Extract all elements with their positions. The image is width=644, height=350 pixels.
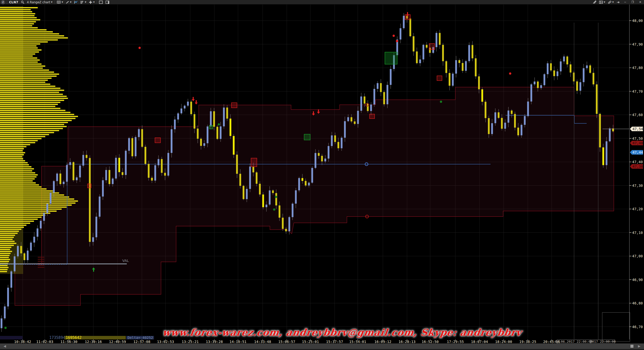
candle-down <box>217 127 218 139</box>
candle-down <box>442 45 444 61</box>
instrument-selector[interactable]: 4 RangeZ chart ▼ <box>26 0 54 5</box>
candle-up <box>387 85 388 104</box>
volume-profile-bar <box>0 241 15 242</box>
candle-up <box>43 213 45 221</box>
candle-up <box>266 204 267 207</box>
volume-profile-bar <box>0 88 60 89</box>
volume-profile-bar <box>0 100 64 101</box>
volume-profile-bar <box>0 148 24 149</box>
candle-up <box>177 113 179 119</box>
sell-signal-dot <box>139 47 141 49</box>
scroll-right-icon[interactable]: ▶ <box>638 344 640 348</box>
sell-signal-dot <box>396 40 398 42</box>
volume-profile-bar <box>0 136 45 137</box>
candle-up <box>7 288 9 306</box>
display-menu-button[interactable]: ▼ <box>56 0 64 5</box>
volume-profile-bar <box>0 132 54 133</box>
volume-profile-bar <box>0 49 42 51</box>
candle-down <box>89 158 91 242</box>
candle-up <box>308 183 310 185</box>
price-tick-label: 47,60 <box>632 113 643 117</box>
candle-up <box>53 181 55 193</box>
candle-down <box>383 92 385 104</box>
delta-value: Delta=-40252 <box>128 336 153 340</box>
sell-signal-dot <box>509 73 511 75</box>
pin-icon[interactable] <box>615 0 621 5</box>
horizontal-scrollbar[interactable]: ◀ ▶ <box>0 343 644 349</box>
volume-profile-bar <box>0 178 35 180</box>
data-panel-button[interactable] <box>104 0 111 5</box>
candle-down <box>550 63 552 70</box>
volume-profile-bar <box>0 162 28 163</box>
candle-up <box>220 126 222 139</box>
candle-down <box>475 58 477 77</box>
volume-profile-bar <box>0 96 67 97</box>
candle-down <box>354 121 356 124</box>
scrollbar-handle[interactable] <box>630 345 633 348</box>
buy-signal-dot <box>440 101 442 103</box>
volume-profile-bar <box>0 25 32 26</box>
volume-profile-bar <box>0 35 64 37</box>
volume-profile-bar <box>0 208 62 210</box>
candle-down <box>318 153 320 156</box>
volume-profile-bar <box>0 122 68 123</box>
link-button[interactable]: ▼ <box>607 0 615 5</box>
time-tick-label: 12:40:59 <box>109 340 126 343</box>
time-tick-label: 12:57:08 <box>133 340 150 343</box>
chart-type-label: 4 RangeZ chart <box>27 1 50 4</box>
volume-profile-bar <box>0 114 74 115</box>
stop-level-tag: 47,38 <box>630 164 643 169</box>
candle-down <box>275 193 277 205</box>
chart-area[interactable]: VAL48,0047,9047,8047,7047,6047,5047,4047… <box>0 5 644 343</box>
volume-profile-bar <box>0 239 13 240</box>
volume-profile-bar <box>0 176 36 178</box>
volume-profile-bar <box>0 213 50 214</box>
volume-profile-bar <box>0 168 34 169</box>
candle-up <box>112 179 114 184</box>
candle-up <box>210 111 212 126</box>
volume-profile-bar <box>0 15 34 16</box>
tools-icon[interactable] <box>591 0 598 5</box>
candle-up <box>328 146 330 159</box>
volume-profile-bar <box>0 51 39 53</box>
drawing-tools-button[interactable]: ▼ <box>64 0 73 5</box>
candle-down <box>410 19 411 36</box>
indicators-button[interactable]: ▼ <box>79 0 88 5</box>
volume-profile-bar <box>0 259 10 260</box>
grid-layout-button[interactable]: ▼ <box>598 0 607 5</box>
candle-up <box>96 217 97 237</box>
candle-down <box>24 253 25 260</box>
volume-profile-bar <box>0 204 72 206</box>
candle-up <box>357 111 359 124</box>
candle-up <box>508 111 509 123</box>
volume-profile-bar <box>0 90 64 91</box>
candle-down <box>253 166 254 172</box>
volume-profile-sell-tick <box>38 265 44 266</box>
close-button[interactable]: ✕ <box>636 0 644 5</box>
minimize-button[interactable]: ─ <box>621 0 629 5</box>
app-logo-icon[interactable]: Z <box>1 0 5 4</box>
frame-button[interactable] <box>98 0 104 5</box>
volume-profile-bar <box>0 225 26 226</box>
volume-profile-bar <box>0 27 38 28</box>
val-label: VAL <box>122 259 129 263</box>
chart-style-button[interactable] <box>73 0 79 5</box>
chevron-down-icon: ▼ <box>51 1 53 3</box>
candle-down <box>573 73 575 81</box>
price-tick-label: 47,30 <box>632 184 643 188</box>
sell-zone-box <box>251 158 257 167</box>
volume-profile-bar <box>0 257 9 258</box>
scroll-left-icon[interactable]: ◀ <box>4 344 6 348</box>
candle-up <box>586 65 588 68</box>
add-button[interactable]: ▼ <box>88 0 96 5</box>
candle-up <box>27 251 29 260</box>
candle-down <box>233 136 235 155</box>
candle-up <box>531 84 532 101</box>
volume-profile-bar <box>0 98 68 99</box>
restore-button[interactable]: ❐ <box>629 0 636 5</box>
search-icon[interactable] <box>20 0 26 5</box>
volume-profile-bar <box>0 126 67 127</box>
candle-down <box>599 114 601 147</box>
volume-profile-bar <box>0 55 33 57</box>
candle-up <box>158 159 159 165</box>
